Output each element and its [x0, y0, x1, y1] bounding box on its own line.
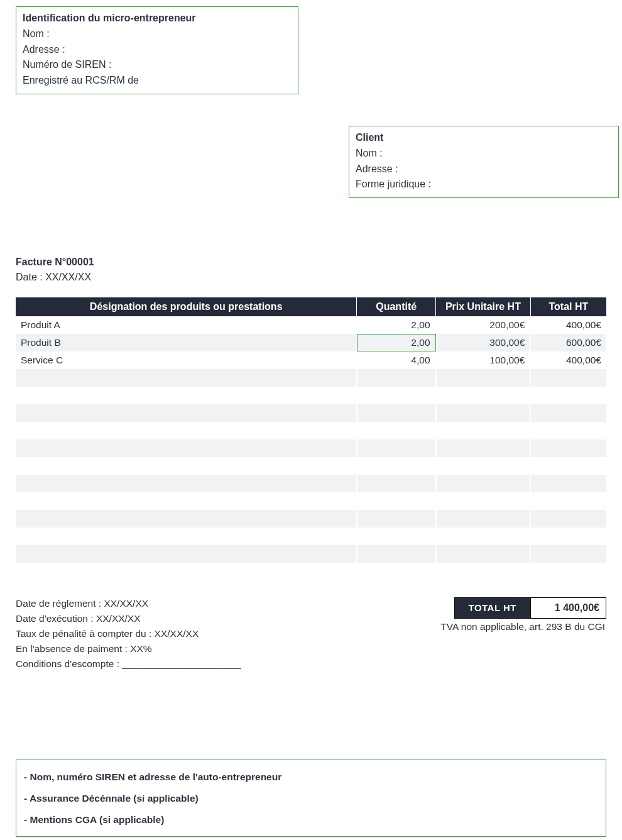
cell-designation[interactable]: Service C [16, 351, 357, 369]
table-row [16, 510, 606, 528]
empty-cell[interactable] [530, 545, 606, 563]
gap-cell [16, 457, 357, 475]
empty-cell[interactable] [357, 439, 436, 457]
empty-cell[interactable] [357, 475, 436, 492]
table-gap [16, 387, 606, 404]
footer-box: - Nom, numéro SIREN et adresse de l'auto… [16, 760, 606, 836]
table-gap [16, 492, 606, 510]
empty-cell[interactable] [436, 404, 531, 422]
empty-cell[interactable] [436, 510, 531, 528]
gap-cell [530, 387, 606, 404]
cell-quantity[interactable]: 2,00 [357, 334, 436, 351]
empty-cell[interactable] [436, 475, 531, 492]
cell-unit-price[interactable]: 300,00€ [436, 334, 531, 351]
cell-quantity[interactable]: 2,00 [357, 316, 436, 334]
cell-unit-price[interactable]: 100,00€ [436, 351, 531, 369]
entrepreneur-title: Identification du micro-entrepreneur [23, 11, 292, 26]
cell-total[interactable]: 600,00€ [530, 334, 606, 351]
no-payment: En l'absence de paiment : XX% [16, 641, 606, 656]
gap-cell [16, 528, 357, 545]
client-box: Client Nom : Adresse : Forme juridique : [349, 126, 619, 198]
empty-cell[interactable] [530, 439, 606, 457]
table-header-row: Désignation des produits ou prestations … [16, 297, 606, 316]
gap-cell [357, 422, 436, 439]
entrepreneur-box: Identification du micro-entrepreneur Nom… [16, 6, 298, 94]
col-total: Total HT [530, 297, 606, 316]
entrepreneur-registered-label: Enregistré au RCS/RM de [23, 73, 292, 89]
entrepreneur-address-label: Adresse : [23, 42, 292, 58]
entrepreneur-siren-label: Numéro de SIREN : [23, 57, 292, 73]
table-gap [16, 528, 606, 545]
gap-cell [530, 528, 606, 545]
entrepreneur-name-label: Nom : [23, 26, 292, 42]
cell-unit-price[interactable]: 200,00€ [436, 316, 531, 334]
table-row [16, 439, 606, 457]
footer-line-3: - Mentions CGA (si applicable) [24, 809, 598, 831]
table-row [16, 369, 606, 387]
col-quantity: Quantité [357, 297, 436, 316]
empty-cell[interactable] [530, 475, 606, 492]
cell-total[interactable]: 400,00€ [530, 351, 606, 369]
empty-cell[interactable] [357, 510, 436, 528]
invoice-date: Date : XX/XX/XX [16, 270, 606, 285]
invoice-number: Facture N°00001 [16, 255, 606, 270]
empty-cell[interactable] [436, 369, 531, 387]
cell-designation[interactable]: Produit B [16, 334, 357, 351]
empty-cell[interactable] [16, 404, 357, 422]
gap-cell [530, 457, 606, 475]
table-row [16, 545, 606, 563]
empty-cell[interactable] [16, 475, 357, 492]
gap-cell [436, 528, 531, 545]
footer-line-2: - Assurance Décénnale (si applicable) [24, 788, 598, 809]
gap-cell [357, 387, 436, 404]
cell-quantity[interactable]: 4,00 [357, 351, 436, 369]
items-table: Désignation des produits ou prestations … [16, 297, 606, 563]
table-row: Produit B2,00300,00€600,00€ [16, 334, 606, 351]
gap-cell [530, 422, 606, 439]
invoice-header: Facture N°00001 Date : XX/XX/XX [16, 255, 606, 285]
gap-cell [436, 422, 531, 439]
discount-conditions: Conditions d'escompte : ________________… [16, 656, 606, 671]
gap-cell [436, 457, 531, 475]
empty-cell[interactable] [436, 439, 531, 457]
empty-cell[interactable] [16, 545, 357, 563]
gap-cell [436, 492, 531, 510]
gap-cell [357, 457, 436, 475]
empty-cell[interactable] [530, 510, 606, 528]
gap-cell [16, 492, 357, 510]
table-row [16, 404, 606, 422]
table-gap [16, 457, 606, 475]
empty-cell[interactable] [357, 369, 436, 387]
col-unit-price: Prix Unitaire HT [436, 297, 531, 316]
table-gap [16, 422, 606, 439]
client-address-label: Adresse : [356, 162, 612, 177]
empty-cell[interactable] [16, 510, 357, 528]
empty-cell[interactable] [16, 369, 357, 387]
gap-cell [357, 492, 436, 510]
gap-cell [436, 387, 531, 404]
table-row: Service C4,00100,00€400,00€ [16, 351, 606, 369]
total-label: TOTAL HT [454, 597, 532, 619]
client-title: Client [356, 130, 612, 146]
empty-cell[interactable] [357, 404, 436, 422]
footer-line-1: - Nom, numéro SIREN et adresse de l'auto… [24, 766, 598, 788]
empty-cell[interactable] [530, 369, 606, 387]
total-value: 1 400,00€ [531, 597, 606, 619]
empty-cell[interactable] [16, 439, 357, 457]
table-row: Produit A2,00200,00€400,00€ [16, 316, 606, 334]
gap-cell [357, 528, 436, 545]
client-legal-form-label: Forme juridique : [356, 177, 612, 192]
empty-cell[interactable] [357, 545, 436, 563]
empty-cell[interactable] [436, 545, 531, 563]
cell-total[interactable]: 400,00€ [530, 316, 606, 334]
col-designation: Désignation des produits ou prestations [16, 297, 357, 316]
client-name-label: Nom : [356, 146, 612, 162]
table-row [16, 475, 606, 492]
empty-cell[interactable] [530, 404, 606, 422]
cell-designation[interactable]: Produit A [16, 316, 357, 334]
gap-cell [16, 422, 357, 439]
gap-cell [16, 387, 357, 404]
gap-cell [530, 492, 606, 510]
